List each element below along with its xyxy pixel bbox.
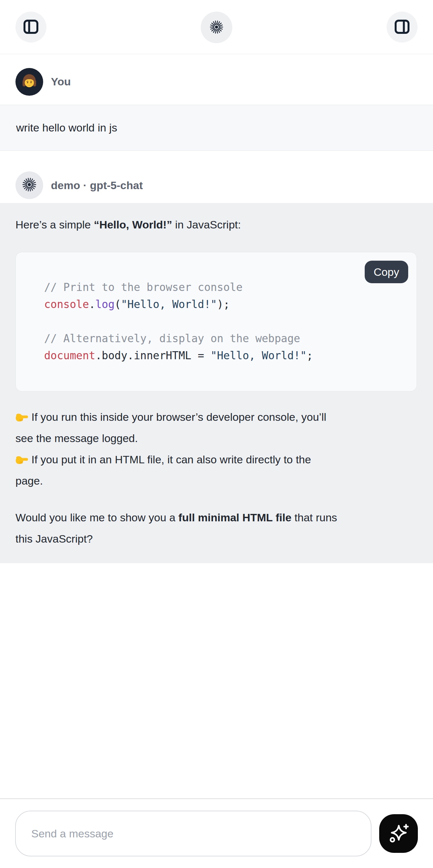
right-panel-toggle-button[interactable] [386,11,417,42]
assistant-tips-text: If you run this inside your browser’s de… [16,406,417,491]
assistant-intro-text: Here’s a simple “Hello, World!” in JavaS… [16,214,417,235]
assistant-sender-name: demo · gpt-5-chat [51,179,143,192]
person-emoji [21,72,38,91]
user-sender-name: You [51,75,71,88]
pointing-right-emoji [16,453,28,466]
code-block: Copy // Print to the browser consolecons… [16,252,417,392]
code-line: // Print to the browser console [44,279,404,296]
code-content: // Print to the browser consoleconsole.l… [16,252,416,391]
message-input[interactable] [15,811,371,857]
code-line [44,313,404,330]
sparkles-icon [387,822,410,845]
assistant-question-text: Would you like me to show you a full min… [16,507,417,549]
sidebar-toggle-button[interactable] [16,11,47,42]
top-bar [0,0,433,54]
spacer [0,151,433,167]
code-line: // Alternatively, display on the webpage [44,330,404,347]
panel-right-icon [394,19,410,36]
user-sender-row: You [0,54,433,105]
user-message-text: write hello world in js [16,121,117,134]
starburst-logo-icon [209,20,224,35]
user-message: write hello world in js [0,105,433,151]
composer-bar [0,798,433,868]
chat-app-screen: You write hello world in js demo · gpt-5… [0,0,433,868]
copy-code-button[interactable]: Copy [365,261,408,283]
panel-left-icon [23,19,39,36]
empty-chat-area [0,563,433,798]
assistant-avatar [16,172,43,199]
starburst-avatar-icon [22,177,37,193]
assistant-message: Here’s a simple “Hello, World!” in JavaS… [0,203,433,563]
send-button[interactable] [379,814,418,853]
pointing-right-emoji [16,411,28,423]
code-line: console.log("Hello, World!"); [44,296,404,313]
assistant-sender-row: demo · gpt-5-chat [0,167,433,203]
user-avatar [16,68,43,96]
code-line: document.body.innerHTML = "Hello, World!… [44,347,404,364]
app-logo-button[interactable] [201,11,232,43]
